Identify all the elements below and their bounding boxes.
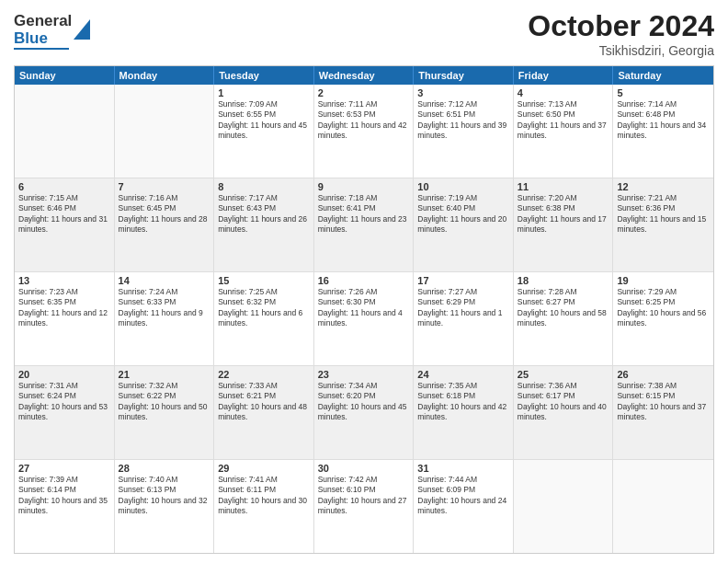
header-saturday: Saturday (613, 66, 713, 85)
table-row: 15Sunrise: 7:25 AM Sunset: 6:32 PM Dayli… (214, 272, 314, 365)
table-row: 21Sunrise: 7:32 AM Sunset: 6:22 PM Dayli… (115, 366, 215, 459)
table-row: 27Sunrise: 7:39 AM Sunset: 6:14 PM Dayli… (15, 460, 115, 553)
day-info: Sunrise: 7:11 AM Sunset: 6:53 PM Dayligh… (318, 99, 410, 142)
day-info: Sunrise: 7:15 AM Sunset: 6:46 PM Dayligh… (18, 193, 110, 236)
table-row: 17Sunrise: 7:27 AM Sunset: 6:29 PM Dayli… (414, 272, 514, 365)
day-info: Sunrise: 7:38 AM Sunset: 6:15 PM Dayligh… (617, 381, 710, 423)
week-row-4: 20Sunrise: 7:31 AM Sunset: 6:24 PM Dayli… (15, 365, 713, 459)
day-number: 13 (18, 275, 110, 286)
table-row: 16Sunrise: 7:26 AM Sunset: 6:30 PM Dayli… (314, 272, 415, 365)
table-row: 31Sunrise: 7:44 AM Sunset: 6:09 PM Dayli… (414, 460, 514, 553)
day-info: Sunrise: 7:21 AM Sunset: 6:36 PM Dayligh… (617, 193, 710, 236)
table-row: 22Sunrise: 7:33 AM Sunset: 6:21 PM Dayli… (214, 366, 314, 459)
day-info: Sunrise: 7:13 AM Sunset: 6:50 PM Dayligh… (518, 99, 609, 142)
day-number: 16 (318, 275, 410, 286)
day-info: Sunrise: 7:23 AM Sunset: 6:35 PM Dayligh… (18, 287, 110, 329)
day-info: Sunrise: 7:24 AM Sunset: 6:33 PM Dayligh… (119, 287, 210, 329)
table-row (15, 85, 115, 178)
logo-triangle-icon (74, 19, 90, 40)
day-number: 11 (518, 181, 609, 192)
day-number: 6 (18, 181, 110, 192)
day-info: Sunrise: 7:39 AM Sunset: 6:14 PM Dayligh… (18, 475, 110, 517)
day-info: Sunrise: 7:34 AM Sunset: 6:20 PM Dayligh… (318, 381, 410, 423)
main-title: October 2024 (528, 9, 714, 43)
day-number: 31 (417, 463, 509, 474)
calendar: Sunday Monday Tuesday Wednesday Thursday… (14, 65, 714, 554)
day-info: Sunrise: 7:16 AM Sunset: 6:45 PM Dayligh… (119, 193, 210, 236)
day-number: 5 (617, 87, 710, 98)
day-info: Sunrise: 7:27 AM Sunset: 6:29 PM Dayligh… (417, 287, 509, 329)
table-row: 29Sunrise: 7:41 AM Sunset: 6:11 PM Dayli… (214, 460, 314, 553)
calendar-body: 1Sunrise: 7:09 AM Sunset: 6:55 PM Daylig… (15, 85, 713, 553)
day-info: Sunrise: 7:25 AM Sunset: 6:32 PM Dayligh… (218, 287, 310, 329)
day-number: 27 (18, 463, 110, 474)
logo-blue: Blue (14, 30, 72, 48)
table-row: 28Sunrise: 7:40 AM Sunset: 6:13 PM Dayli… (115, 460, 215, 553)
day-number: 1 (218, 87, 310, 98)
header-friday: Friday (514, 66, 614, 85)
table-row: 14Sunrise: 7:24 AM Sunset: 6:33 PM Dayli… (115, 272, 215, 365)
day-number: 24 (417, 369, 509, 380)
day-number: 25 (518, 369, 609, 380)
day-number: 22 (218, 369, 310, 380)
day-number: 29 (218, 463, 310, 474)
logo: General Blue (14, 9, 90, 50)
day-number: 19 (617, 275, 710, 286)
week-row-3: 13Sunrise: 7:23 AM Sunset: 6:35 PM Dayli… (15, 271, 713, 365)
day-info: Sunrise: 7:26 AM Sunset: 6:30 PM Dayligh… (318, 287, 410, 329)
table-row: 26Sunrise: 7:38 AM Sunset: 6:15 PM Dayli… (613, 366, 713, 459)
day-info: Sunrise: 7:17 AM Sunset: 6:43 PM Dayligh… (218, 193, 310, 236)
subtitle: Tsikhisdziri, Georgia (528, 43, 714, 58)
header-sunday: Sunday (15, 66, 115, 85)
table-row: 7Sunrise: 7:16 AM Sunset: 6:45 PM Daylig… (115, 178, 215, 271)
day-info: Sunrise: 7:09 AM Sunset: 6:55 PM Dayligh… (218, 99, 310, 142)
day-info: Sunrise: 7:14 AM Sunset: 6:48 PM Dayligh… (617, 99, 710, 142)
header-monday: Monday (115, 66, 215, 85)
svg-marker-0 (74, 19, 90, 40)
day-info: Sunrise: 7:41 AM Sunset: 6:11 PM Dayligh… (218, 475, 310, 517)
header-thursday: Thursday (414, 66, 514, 85)
logo-general: General (14, 13, 72, 30)
table-row: 30Sunrise: 7:42 AM Sunset: 6:10 PM Dayli… (314, 460, 415, 553)
table-row: 23Sunrise: 7:34 AM Sunset: 6:20 PM Dayli… (314, 366, 415, 459)
day-info: Sunrise: 7:12 AM Sunset: 6:51 PM Dayligh… (417, 99, 509, 142)
table-row: 12Sunrise: 7:21 AM Sunset: 6:36 PM Dayli… (613, 178, 713, 271)
page: General Blue October 2024 Tsikhisdziri, … (0, 0, 728, 563)
day-number: 10 (417, 181, 509, 192)
table-row: 10Sunrise: 7:19 AM Sunset: 6:40 PM Dayli… (414, 178, 514, 271)
logo-underline (14, 48, 69, 50)
day-number: 15 (218, 275, 310, 286)
day-info: Sunrise: 7:29 AM Sunset: 6:25 PM Dayligh… (617, 287, 710, 329)
header: General Blue October 2024 Tsikhisdziri, … (14, 9, 714, 58)
table-row: 25Sunrise: 7:36 AM Sunset: 6:17 PM Dayli… (514, 366, 614, 459)
day-number: 8 (218, 181, 310, 192)
day-number: 26 (617, 369, 710, 380)
day-number: 9 (318, 181, 410, 192)
day-number: 2 (318, 87, 410, 98)
day-number: 14 (119, 275, 210, 286)
table-row (514, 460, 614, 553)
day-info: Sunrise: 7:35 AM Sunset: 6:18 PM Dayligh… (417, 381, 509, 423)
day-number: 23 (318, 369, 410, 380)
table-row: 2Sunrise: 7:11 AM Sunset: 6:53 PM Daylig… (314, 85, 415, 178)
day-info: Sunrise: 7:31 AM Sunset: 6:24 PM Dayligh… (18, 381, 110, 423)
day-info: Sunrise: 7:32 AM Sunset: 6:22 PM Dayligh… (119, 381, 210, 423)
table-row: 19Sunrise: 7:29 AM Sunset: 6:25 PM Dayli… (613, 272, 713, 365)
day-info: Sunrise: 7:36 AM Sunset: 6:17 PM Dayligh… (518, 381, 609, 423)
table-row (613, 460, 713, 553)
table-row: 24Sunrise: 7:35 AM Sunset: 6:18 PM Dayli… (414, 366, 514, 459)
table-row: 1Sunrise: 7:09 AM Sunset: 6:55 PM Daylig… (214, 85, 314, 178)
day-info: Sunrise: 7:18 AM Sunset: 6:41 PM Dayligh… (318, 193, 410, 236)
day-number: 20 (18, 369, 110, 380)
day-info: Sunrise: 7:20 AM Sunset: 6:38 PM Dayligh… (518, 193, 609, 236)
week-row-2: 6Sunrise: 7:15 AM Sunset: 6:46 PM Daylig… (15, 178, 713, 271)
day-number: 17 (417, 275, 509, 286)
table-row: 13Sunrise: 7:23 AM Sunset: 6:35 PM Dayli… (15, 272, 115, 365)
day-number: 3 (417, 87, 509, 98)
table-row (115, 85, 215, 178)
day-info: Sunrise: 7:28 AM Sunset: 6:27 PM Dayligh… (518, 287, 609, 329)
day-number: 7 (119, 181, 210, 192)
day-number: 28 (119, 463, 210, 474)
day-number: 12 (617, 181, 710, 192)
day-info: Sunrise: 7:19 AM Sunset: 6:40 PM Dayligh… (417, 193, 509, 236)
